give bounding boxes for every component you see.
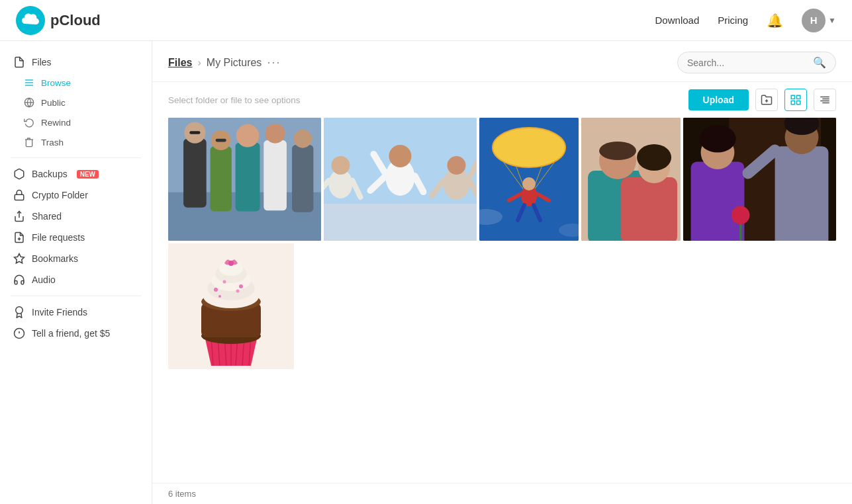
photo-item-5[interactable] [683, 118, 836, 241]
svg-rect-26 [183, 139, 207, 208]
photo-item-3[interactable] [479, 118, 579, 241]
logo-text: pCloud [50, 12, 101, 29]
rewind-label: Rewind [41, 118, 71, 128]
sidebar-item-file-requests[interactable]: File requests [0, 227, 152, 248]
sidebar-divider-1 [11, 157, 141, 158]
svg-point-31 [236, 124, 260, 147]
sidebar-item-trash[interactable]: Trash [0, 132, 152, 152]
svg-point-82 [732, 206, 750, 224]
shared-icon [13, 210, 25, 222]
photo-row-2 [168, 243, 836, 369]
breadcrumb-current: My Pictures [207, 57, 262, 69]
svg-point-41 [331, 156, 350, 175]
grid-view-button[interactable] [784, 89, 807, 111]
sidebar-divider-2 [11, 296, 141, 296]
toolbar: Files › My Pictures ··· 🔍 [152, 41, 852, 82]
photo-row-1 [168, 118, 836, 241]
svg-rect-30 [236, 143, 260, 212]
photo-item-6[interactable] [168, 243, 294, 369]
svg-point-35 [293, 130, 312, 148]
svg-point-45 [389, 145, 411, 167]
sidebar-item-audio[interactable]: Audio [0, 269, 152, 290]
sort-icon [819, 94, 831, 106]
header-right: Download Pricing 🔔 H ▼ [655, 9, 836, 32]
svg-point-76 [599, 142, 636, 160]
new-folder-button[interactable] [755, 89, 778, 111]
action-buttons: Upload [688, 89, 836, 111]
svg-rect-5 [15, 194, 24, 200]
svg-rect-36 [189, 131, 200, 134]
svg-point-107 [223, 280, 226, 284]
search-input[interactable] [687, 58, 808, 68]
svg-point-105 [214, 288, 218, 292]
photo-grid [152, 118, 852, 483]
sidebar-item-shared[interactable]: Shared [0, 206, 152, 227]
photo-item-4[interactable] [581, 118, 681, 241]
sidebar-item-crypto[interactable]: Crypto Folder [0, 185, 152, 206]
svg-rect-39 [324, 204, 477, 241]
tell-friend-icon [13, 327, 25, 339]
logo-icon [16, 6, 45, 35]
svg-rect-16 [791, 95, 794, 99]
breadcrumb-separator: › [197, 57, 201, 69]
invite-icon [13, 306, 25, 318]
avatar: H [802, 9, 826, 32]
crypto-folder-label: Crypto Folder [32, 190, 88, 200]
svg-point-106 [239, 284, 243, 288]
search-box[interactable]: 🔍 [677, 52, 836, 73]
svg-point-109 [218, 295, 221, 298]
items-count-text: 6 items [168, 489, 196, 499]
backups-new-badge: NEW [77, 170, 99, 179]
logo[interactable]: pCloud [16, 6, 101, 35]
svg-point-81 [699, 125, 735, 153]
public-label: Public [41, 98, 66, 108]
sidebar-item-files[interactable]: Files [0, 52, 152, 73]
files-label: Files [32, 57, 52, 67]
crypto-icon [13, 189, 25, 201]
svg-point-33 [265, 124, 285, 144]
breadcrumb-root[interactable]: Files [168, 57, 192, 69]
main-layout: Files Browse Public [0, 41, 852, 504]
upload-button[interactable]: Upload [688, 89, 749, 110]
pricing-link[interactable]: Pricing [718, 15, 748, 26]
audio-icon [13, 274, 25, 286]
public-icon [24, 97, 34, 108]
svg-marker-9 [15, 254, 24, 263]
pcloud-logo-svg [22, 12, 39, 29]
svg-point-104 [228, 261, 234, 266]
bookmarks-label: Bookmarks [32, 253, 78, 264]
svg-rect-37 [216, 139, 226, 142]
backups-label: Backups [32, 169, 68, 179]
tell-friend-label: Tell a friend, get $5 [32, 328, 110, 339]
sort-button[interactable] [814, 89, 836, 111]
sidebar-item-public[interactable]: Public [0, 93, 152, 112]
notification-bell-icon[interactable]: 🔔 [767, 13, 783, 28]
new-folder-icon [761, 94, 773, 106]
rewind-icon [24, 117, 34, 128]
trash-label: Trash [41, 138, 64, 147]
sidebar-item-tell-friend[interactable]: Tell a friend, get $5 [0, 323, 152, 344]
sidebar-item-backups[interactable]: Backups NEW [0, 163, 152, 185]
photo-item-2[interactable] [324, 118, 477, 241]
photo-item-1[interactable] [168, 118, 321, 241]
user-avatar-wrapper[interactable]: H ▼ [802, 9, 836, 32]
browse-label: Browse [41, 78, 71, 88]
grid-view-icon [790, 94, 802, 106]
trash-icon [24, 137, 34, 147]
sidebar-item-bookmarks[interactable]: Bookmarks [0, 248, 152, 269]
action-bar: Select folder or file to see options Upl… [152, 82, 852, 118]
svg-rect-19 [791, 101, 794, 105]
sidebar-item-rewind[interactable]: Rewind [0, 112, 152, 132]
shared-label: Shared [32, 211, 62, 222]
sidebar-item-browse[interactable]: Browse [0, 73, 152, 93]
file-requests-label: File requests [32, 232, 85, 243]
sidebar: Files Browse Public [0, 41, 152, 504]
breadcrumb-more[interactable]: ··· [267, 56, 281, 69]
svg-rect-34 [292, 145, 313, 212]
download-link[interactable]: Download [655, 15, 700, 26]
backups-icon [13, 168, 25, 180]
bookmarks-icon [13, 253, 25, 265]
svg-point-62 [522, 177, 536, 190]
sidebar-item-invite[interactable]: Invite Friends [0, 302, 152, 323]
chevron-down-icon: ▼ [828, 16, 836, 25]
